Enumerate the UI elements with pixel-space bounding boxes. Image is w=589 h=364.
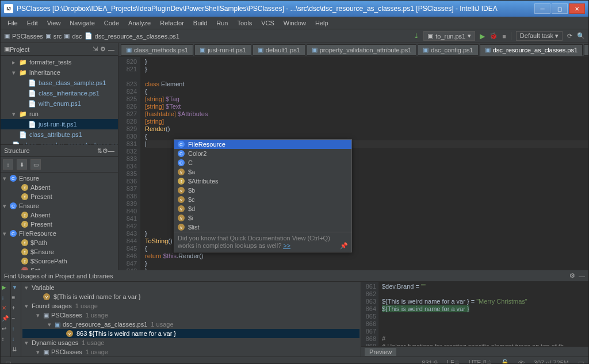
structure-row[interactable]: f$Path	[3, 238, 118, 247]
down-icon[interactable]: ↓	[2, 294, 10, 302]
expand-all-icon[interactable]: +	[12, 305, 20, 313]
find-row[interactable]: v${This is weird name for a var }	[22, 292, 359, 301]
hide-icon[interactable]: —	[579, 273, 585, 279]
editor-tab[interactable]: ▣dsc_resource_as_classes.ps1	[480, 44, 583, 56]
gear-icon[interactable]: ⚙	[569, 272, 575, 279]
find-usages-tree[interactable]: ▾Variablev${This is weird name for a var…	[21, 282, 361, 357]
preview-tab[interactable]: Preview	[365, 348, 396, 356]
hide-icon[interactable]: —	[108, 147, 114, 154]
editor-tab[interactable]: ▣just-run-it.ps1	[194, 44, 251, 56]
find-row[interactable]: ▾▣PSClasses1 usage	[22, 347, 359, 357]
struct-btn[interactable]: ↕	[3, 159, 13, 170]
rerun-icon[interactable]: ▶	[2, 284, 10, 292]
find-row[interactable]: ▾Dynamic usages1 usage	[22, 338, 359, 347]
minimize-button[interactable]: ─	[534, 3, 550, 14]
struct-btn[interactable]: ⬇	[17, 159, 27, 170]
completion-item[interactable]: v$list	[174, 223, 351, 232]
inspections-icon[interactable]: 👁	[518, 359, 525, 365]
tree-row[interactable]: 📄with_enum.ps1	[1, 98, 118, 109]
preview-source[interactable]: $dev.Brand = "" ${This is weird name for…	[378, 282, 588, 346]
project-tree[interactable]: ▸📁formatter_tests▾📁inheritance📄base_clas…	[1, 56, 118, 144]
structure-row[interactable]: fAbsent	[3, 210, 118, 220]
completion-item[interactable]: CFileResource	[174, 140, 351, 149]
default-task-selector[interactable]: Default task ▾	[516, 31, 563, 41]
find-usages-header[interactable]: Find Usages of in Project and Libraries …	[1, 270, 588, 282]
build-icon[interactable]: ⤓	[414, 32, 419, 40]
completion-item[interactable]: v$d	[174, 204, 351, 213]
editor-tab[interactable]: ▣dsc_config.ps1	[418, 44, 478, 56]
menu-vcs[interactable]: VCS	[258, 18, 278, 28]
find-row[interactable]: ▾Found usages1 usage	[22, 301, 359, 311]
collapse-icon[interactable]: ⇲	[93, 45, 98, 53]
tree-row[interactable]: ▸📁formatter_tests	[1, 57, 118, 67]
menu-view[interactable]: View	[44, 18, 64, 28]
run-config-selector[interactable]: ▣ to_run.ps1 ▾	[423, 31, 475, 41]
menu-help[interactable]: Help	[312, 18, 332, 28]
debug-button[interactable]: 🐞	[489, 32, 498, 40]
prev-icon[interactable]: ↑	[12, 325, 20, 334]
tree-row[interactable]: ▾📁run	[1, 109, 118, 119]
history-icon[interactable]: ↩	[2, 325, 10, 334]
find-row[interactable]: ▾▣PSClasses1 usage	[22, 311, 359, 320]
tree-row[interactable]: 📄just-run-it.ps1	[1, 119, 118, 129]
menu-tools[interactable]: Tools	[234, 18, 255, 28]
breadcrumb[interactable]: ▣PSClasses ▣src ▣dsc 📄dsc_resource_as_cl…	[4, 32, 179, 40]
completion-item[interactable]: v$c	[174, 195, 351, 204]
close-button[interactable]: ✕	[569, 3, 585, 14]
menu-run[interactable]: Run	[213, 18, 231, 28]
editor-tab[interactable]: ▣class_inheritance.ps1	[584, 44, 589, 56]
find-row[interactable]: ▾▣dsc_resource_as_classes.ps11 usage	[22, 320, 359, 329]
pin-icon[interactable]: 📌	[2, 315, 10, 323]
completion-item[interactable]: f$Attributes	[174, 177, 351, 186]
next-icon[interactable]: ↓	[12, 336, 20, 344]
menu-window[interactable]: Window	[280, 18, 309, 28]
run-button[interactable]: ▶	[480, 32, 485, 40]
collapse-all-icon[interactable]: −	[12, 315, 20, 323]
status-left-icon[interactable]: ▭	[5, 359, 11, 364]
structure-row[interactable]: mSet	[3, 266, 118, 270]
completion-item[interactable]: v$a	[174, 167, 351, 177]
memory-indicator[interactable]: 307 of 725M	[534, 359, 569, 365]
menu-analyze[interactable]: Analyze	[125, 18, 154, 28]
lock-icon[interactable]: 🔓	[501, 359, 509, 364]
pin-icon[interactable]: 📌	[340, 242, 348, 250]
close-icon[interactable]: ✕	[2, 305, 10, 313]
menu-edit[interactable]: Edit	[24, 18, 41, 28]
structure-row[interactable]: f$SourcePath	[3, 256, 118, 266]
completion-item[interactable]: v$i	[174, 213, 351, 223]
editor-tab[interactable]: ▣property_validation_attribute.ps1	[307, 44, 417, 56]
update-icon[interactable]: ⟳	[567, 32, 572, 40]
tree-row[interactable]: 📄base_class_sample.ps1	[1, 78, 118, 88]
gear-icon[interactable]: ⚙	[100, 45, 106, 53]
editor-tab[interactable]: ▣class_methods.ps1	[121, 44, 193, 56]
menu-code[interactable]: Code	[101, 18, 123, 28]
completion-item[interactable]: CColor2	[174, 149, 351, 158]
tree-row[interactable]: 📄class_complex_property_types.ps1	[1, 140, 118, 144]
group-icon[interactable]: ≡	[12, 294, 20, 302]
tree-row[interactable]: 📄class_attribute.ps1	[1, 129, 118, 140]
find-row[interactable]: v863 ${This is weird name for a var }	[22, 329, 359, 338]
completion-popup[interactable]: CFileResourceCColor2CCv$af$Attributesv$b…	[174, 139, 352, 252]
structure-row[interactable]: ▾CFileResource	[3, 229, 118, 238]
structure-row[interactable]: fPresent	[3, 192, 118, 201]
find-row[interactable]: ▾Variable	[22, 283, 359, 292]
completion-item[interactable]: v$b	[174, 186, 351, 195]
structure-row[interactable]: ▾CEnsure	[3, 174, 118, 183]
menu-refactor[interactable]: Refactor	[156, 18, 188, 28]
line-separator[interactable]: LF≑	[447, 359, 460, 364]
stop-button[interactable]: ■	[502, 33, 506, 40]
structure-row[interactable]: fAbsent	[3, 183, 118, 192]
maximize-button[interactable]: ◻	[552, 3, 568, 14]
structure-row[interactable]: ▾CEnsure	[3, 201, 118, 210]
completion-item[interactable]: CC	[174, 158, 351, 167]
sort-icon[interactable]: ⇅	[97, 147, 102, 155]
expand-icon[interactable]: ↕	[2, 336, 10, 344]
tree-row[interactable]: 📄class_inheritance.ps1	[1, 88, 118, 98]
trash-icon[interactable]: ▭	[578, 359, 584, 364]
tip-link[interactable]: >>	[283, 242, 290, 249]
filter-icon[interactable]: ▼	[12, 284, 20, 292]
structure-tree[interactable]: ▾CEnsurefAbsentfPresent▾CEnsurefAbsentfP…	[1, 173, 118, 270]
gear-icon[interactable]: ⚙	[102, 147, 108, 155]
project-tool-header[interactable]: ▣ Project ⇲ ⚙ —	[1, 43, 118, 56]
structure-tool-header[interactable]: Structure ⇅ ⚙ —	[1, 144, 118, 157]
